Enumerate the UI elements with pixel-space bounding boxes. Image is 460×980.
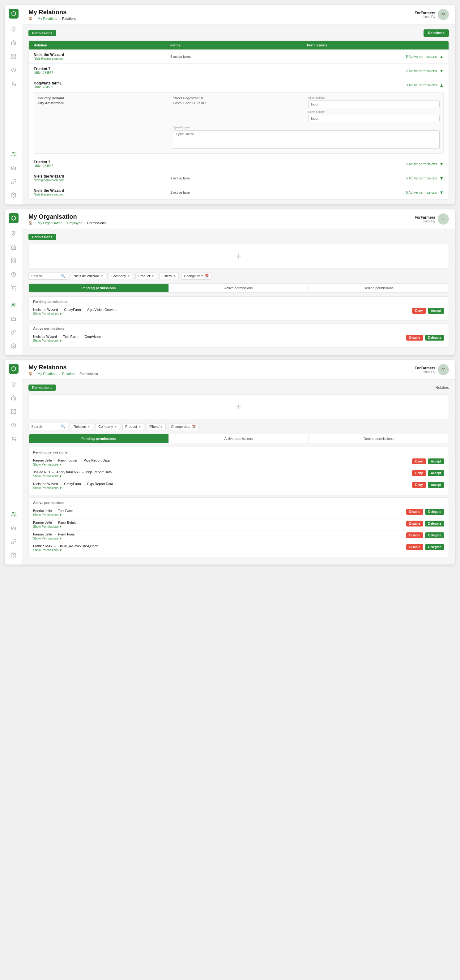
sidebar-item-people[interactable] <box>8 509 19 520</box>
table-row[interactable]: Niels the WizzardNiels@agrovision.com1 a… <box>29 171 449 185</box>
sidebar-item-link[interactable] <box>8 176 19 187</box>
sidebar-item-people[interactable] <box>8 299 19 310</box>
delegate-button[interactable]: Delegate <box>425 544 444 550</box>
tab-2[interactable]: Denied permissions <box>309 434 449 443</box>
tab-0[interactable]: Pending permissions <box>29 284 169 292</box>
filter-filter2[interactable]: Company▼ <box>108 272 133 279</box>
change-date-button[interactable]: Change date📅 <box>168 423 199 430</box>
chevron-icon[interactable]: ▼ <box>439 190 444 195</box>
chevron-icon[interactable]: ▼ <box>439 161 444 166</box>
table-row[interactable]: Niels the WizzardNiels@agrovision.com1 a… <box>29 185 449 199</box>
show-permissions-link[interactable]: Show Permissions▼ <box>33 463 412 466</box>
sidebar-item-home[interactable] <box>8 37 19 48</box>
sidebar-item-clock[interactable] <box>8 420 19 431</box>
chevron-icon[interactable]: ▲ <box>439 54 444 59</box>
show-permissions-link[interactable]: Show Permissions▼ <box>33 513 406 517</box>
relations-button[interactable]: Relations <box>424 29 449 37</box>
filter-filter3[interactable]: Product▼ <box>135 272 157 279</box>
disable-button[interactable]: Disable <box>406 532 424 538</box>
show-permissions-link[interactable]: Show Permissions▼ <box>33 486 412 490</box>
disable-button[interactable]: Disable <box>406 544 424 550</box>
search-input[interactable] <box>31 274 59 278</box>
disable-button[interactable]: Disable <box>406 509 424 515</box>
accept-button[interactable]: Accept <box>428 482 444 488</box>
sidebar-item-crown[interactable] <box>8 313 19 324</box>
breadcrumb-home[interactable]: 🏠 <box>29 221 33 225</box>
tab-1[interactable]: Active permissions <box>169 284 309 292</box>
disable-button[interactable]: Disable <box>406 520 424 527</box>
delegate-button[interactable]: Delegate <box>425 509 444 515</box>
sidebar-item-settings[interactable] <box>8 340 19 352</box>
breadcrumb-home[interactable]: 🏠 <box>29 16 33 21</box>
sidebar-item-settings[interactable] <box>8 550 19 561</box>
breadcrumb-item[interactable]: My Relations <box>38 17 57 21</box>
deny-button[interactable]: Deny <box>412 308 426 314</box>
filter-filter1[interactable]: Relation▼ <box>71 423 93 430</box>
show-permissions-link[interactable]: Show Permissions▼ <box>33 339 406 342</box>
breadcrumb-item[interactable]: My Organisation <box>38 221 62 225</box>
sidebar-item-grid[interactable] <box>8 255 19 266</box>
sidebar-item-clock[interactable] <box>8 64 19 75</box>
sidebar-item-clock[interactable] <box>8 269 19 280</box>
show-permissions-link[interactable]: Show Permissions▼ <box>33 312 412 315</box>
delegate-button[interactable]: Delegate <box>425 532 444 538</box>
tab-2[interactable]: Denied permissions <box>309 284 449 292</box>
change-date-button[interactable]: Change date📅 <box>181 272 212 280</box>
delegate-button[interactable]: Delegate <box>425 335 444 340</box>
table-row[interactable]: Frietkot 7UBN:12345672 Active permission… <box>29 157 449 171</box>
add-area[interactable]: + <box>29 395 449 419</box>
client-num-1-input[interactable] <box>308 100 439 108</box>
client-num-2-input[interactable] <box>308 115 439 122</box>
sidebar-item-location-pin[interactable] <box>8 379 19 390</box>
app-logo[interactable] <box>9 213 19 223</box>
accept-button[interactable]: Accept <box>428 458 444 465</box>
disable-button[interactable]: Disable <box>406 335 424 340</box>
sidebar-item-crown[interactable] <box>8 162 19 173</box>
filter-filter4[interactable]: Filters▼ <box>160 272 179 279</box>
breadcrumb-item[interactable]: Employee <box>67 221 82 225</box>
show-permissions-link[interactable]: Show Permissions▼ <box>33 549 406 552</box>
table-row[interactable]: Niels the WizzardNiels@agrovision.com3 a… <box>29 49 449 64</box>
deny-button[interactable]: Deny <box>412 458 426 465</box>
app-logo[interactable] <box>9 9 19 19</box>
deny-button[interactable]: Deny <box>412 482 426 488</box>
deny-button[interactable]: Deny <box>412 470 426 476</box>
chevron-icon[interactable]: ▲ <box>439 83 444 88</box>
filter-filter3[interactable]: Product▼ <box>122 423 144 430</box>
search-input[interactable] <box>31 425 59 428</box>
sidebar-item-location-pin[interactable] <box>8 24 19 35</box>
sidebar-item-cart[interactable] <box>8 282 19 294</box>
tab-1[interactable]: Active permissions <box>169 434 309 443</box>
sidebar-item-grid[interactable] <box>8 406 19 417</box>
tab-0[interactable]: Pending permissions <box>29 434 169 443</box>
sidebar-item-people[interactable] <box>8 149 19 160</box>
accept-button[interactable]: Accept <box>428 308 444 314</box>
chevron-icon[interactable]: ▼ <box>439 68 444 73</box>
table-row[interactable]: Hogwarts farm1UBN:12345673 Active permis… <box>29 78 449 92</box>
table-row[interactable]: Frietkot 7UBN:12345672 Active permission… <box>29 64 449 78</box>
remarks-textarea[interactable] <box>173 130 439 149</box>
filter-filter2[interactable]: Company▼ <box>95 423 120 430</box>
show-permissions-link[interactable]: Show Permissions▼ <box>33 537 406 540</box>
sidebar-item-link[interactable] <box>8 536 19 547</box>
sidebar-item-home[interactable] <box>8 392 19 403</box>
show-permissions-link[interactable]: Show Permissions▼ <box>33 525 406 528</box>
sidebar-item-grid[interactable] <box>8 51 19 62</box>
sidebar-item-crown[interactable] <box>8 522 19 534</box>
sidebar-item-settings[interactable] <box>8 189 19 201</box>
filter-filter4[interactable]: Filters▼ <box>146 423 166 430</box>
sidebar-item-cart[interactable] <box>8 433 19 444</box>
breadcrumb-home[interactable]: 🏠 <box>29 372 33 375</box>
sidebar-item-location-pin[interactable] <box>8 228 19 239</box>
app-logo[interactable] <box>9 364 19 374</box>
chevron-icon[interactable]: ▼ <box>439 176 444 181</box>
sidebar-item-cart[interactable] <box>8 78 19 89</box>
add-area[interactable]: + <box>29 244 449 269</box>
breadcrumb-item[interactable]: My Relations <box>38 372 57 375</box>
accept-button[interactable]: Accept <box>428 470 444 476</box>
delegate-button[interactable]: Delegate <box>425 520 444 527</box>
sidebar-item-link[interactable] <box>8 327 19 338</box>
sidebar-item-home[interactable] <box>8 242 19 253</box>
show-permissions-link[interactable]: Show Permissions▼ <box>33 474 412 478</box>
breadcrumb-item[interactable]: Relation <box>62 372 75 375</box>
